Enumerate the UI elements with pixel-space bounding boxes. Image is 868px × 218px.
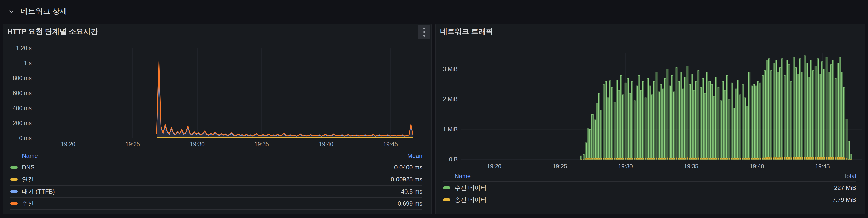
legend-rows: 수신 데이터 227 MiB 송신 데이터 7.79 MiB <box>443 182 856 206</box>
series-mean-value: 0.0400 ms <box>394 164 423 171</box>
series-mean-value: 0.699 ms <box>398 200 423 207</box>
series-label[interactable]: DNS <box>22 164 35 171</box>
series-total-value: 7.79 MiB <box>832 196 856 204</box>
svg-text:2 MiB: 2 MiB <box>443 96 458 102</box>
panel-menu-button[interactable] <box>418 25 431 39</box>
legend-header-name[interactable]: Name <box>455 173 471 180</box>
series-label[interactable]: 대기 (TTFB) <box>22 188 55 196</box>
row-section-network-detail[interactable]: 네트워크 상세 <box>8 6 67 17</box>
panel-network-traffic: 네트워크 트래픽 0 B1 MiB2 MiB3 MiB19:2019:2519:… <box>435 24 866 215</box>
svg-text:19:35: 19:35 <box>254 141 269 148</box>
panel-title: HTTP 요청 단계별 소요시간 <box>7 27 98 37</box>
kebab-dot <box>424 35 425 36</box>
series-swatch-tx[interactable] <box>443 198 451 201</box>
series-mean-value: 0.00925 ms <box>391 176 423 183</box>
svg-text:19:20: 19:20 <box>61 141 75 148</box>
svg-text:19:20: 19:20 <box>487 163 501 170</box>
svg-text:1 MiB: 1 MiB <box>443 126 458 133</box>
svg-text:19:40: 19:40 <box>749 163 764 170</box>
legend-row-rx: 수신 데이터 227 MiB <box>443 182 856 194</box>
panel-title: 네트워크 트래픽 <box>440 27 493 37</box>
network-traffic-chart[interactable]: 0 B1 MiB2 MiB3 MiB19:2019:2519:3019:3519… <box>435 39 865 171</box>
grafana-dashboard: 네트워크 상세 HTTP 요청 단계별 소요시간 0 ms200 ms400 m… <box>0 0 868 218</box>
series-swatch-rx[interactable] <box>443 186 451 189</box>
svg-text:1 s: 1 s <box>24 60 32 66</box>
svg-text:400 ms: 400 ms <box>13 105 32 112</box>
series-total-value: 227 MiB <box>834 184 856 191</box>
legend-header: Name Total <box>443 171 856 182</box>
legend-header-total[interactable]: Total <box>843 173 856 180</box>
svg-text:0 B: 0 B <box>449 156 458 163</box>
svg-text:19:25: 19:25 <box>553 163 567 170</box>
svg-text:600 ms: 600 ms <box>13 90 32 96</box>
svg-text:19:40: 19:40 <box>319 141 333 148</box>
svg-text:1.20 s: 1.20 s <box>16 45 32 51</box>
svg-text:19:30: 19:30 <box>190 141 205 148</box>
legend-header: Name Mean <box>10 151 423 161</box>
panel-http-timing: HTTP 요청 단계별 소요시간 0 ms200 ms400 ms600 ms8… <box>2 24 432 215</box>
panel-header[interactable]: HTTP 요청 단계별 소요시간 <box>3 24 432 39</box>
svg-text:800 ms: 800 ms <box>13 75 32 81</box>
chevron-down-icon <box>8 8 14 14</box>
legend-rows: DNS 0.0400 ms 연결 0.00925 ms 대기 (TTFB) 40… <box>10 161 423 210</box>
series-swatch-receive[interactable] <box>10 202 18 205</box>
http-timing-chart[interactable]: 0 ms200 ms400 ms600 ms800 ms1 s1.20 s19:… <box>3 39 432 151</box>
series-swatch-connect[interactable] <box>10 178 18 181</box>
svg-text:19:35: 19:35 <box>684 163 699 170</box>
series-swatch-ttfb[interactable] <box>10 190 18 193</box>
legend-header-mean[interactable]: Mean <box>407 152 423 159</box>
series-label[interactable]: 송신 데이터 <box>455 196 487 204</box>
legend-row-connect: 연결 0.00925 ms <box>10 173 423 185</box>
series-label[interactable]: 연결 <box>22 176 34 184</box>
legend-table: Name Mean DNS 0.0400 ms 연결 0.00925 ms 대기… <box>3 151 432 210</box>
svg-text:19:45: 19:45 <box>815 163 830 170</box>
svg-text:3 MiB: 3 MiB <box>443 66 458 72</box>
svg-text:200 ms: 200 ms <box>13 120 32 126</box>
series-label[interactable]: 수신 <box>22 199 34 208</box>
kebab-dot <box>424 28 425 29</box>
section-title: 네트워크 상세 <box>21 6 67 17</box>
legend-row-tx: 송신 데이터 7.79 MiB <box>443 194 856 206</box>
svg-text:19:25: 19:25 <box>125 141 140 148</box>
legend-row-receive: 수신 0.699 ms <box>10 197 423 210</box>
series-mean-value: 40.5 ms <box>401 188 423 195</box>
series-swatch-dns[interactable] <box>10 166 18 169</box>
panel-header[interactable]: 네트워크 트래픽 <box>435 24 865 39</box>
kebab-dot <box>424 31 425 33</box>
legend-header-name[interactable]: Name <box>22 152 38 159</box>
svg-text:19:30: 19:30 <box>618 163 633 170</box>
legend-table: Name Total 수신 데이터 227 MiB 송신 데이터 7.79 Mi… <box>435 171 865 206</box>
legend-row-ttfb: 대기 (TTFB) 40.5 ms <box>10 185 423 197</box>
series-label[interactable]: 수신 데이터 <box>455 184 487 192</box>
svg-text:19:45: 19:45 <box>383 141 398 148</box>
svg-text:0 ms: 0 ms <box>19 135 32 142</box>
legend-row-dns: DNS 0.0400 ms <box>10 161 423 173</box>
